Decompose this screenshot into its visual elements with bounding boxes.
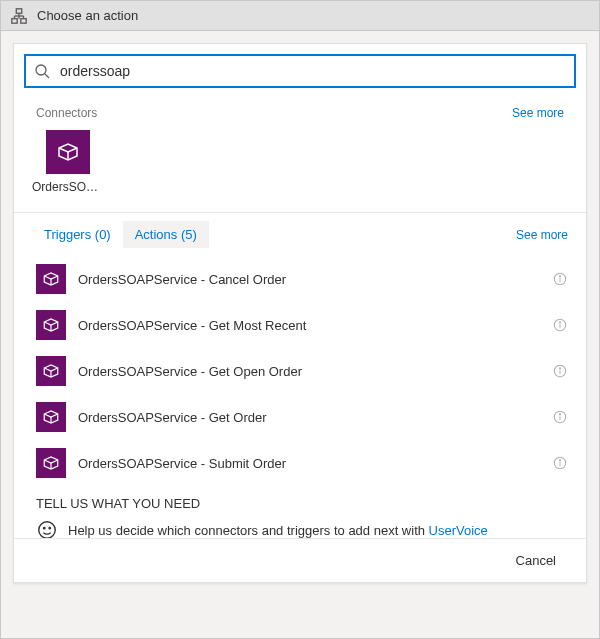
action-label: OrdersSOAPService - Get Open Order [78, 364, 540, 379]
connectors-header: Connectors See more [36, 106, 564, 120]
dialog-title: Choose an action [37, 8, 138, 23]
info-icon[interactable] [552, 363, 568, 379]
svg-point-29 [559, 460, 560, 461]
tab-actions[interactable]: Actions (5) [123, 221, 209, 248]
svg-point-21 [559, 368, 560, 369]
svg-point-32 [49, 527, 50, 528]
dialog-header: Choose an action [1, 1, 599, 31]
actions-see-more[interactable]: See more [516, 228, 568, 242]
svg-point-17 [559, 322, 560, 323]
dialog: Choose an action Connectors See more [0, 0, 600, 639]
search-box[interactable] [24, 54, 576, 88]
info-icon[interactable] [552, 317, 568, 333]
svg-point-7 [36, 65, 46, 75]
search-icon [34, 63, 50, 79]
info-icon[interactable] [552, 455, 568, 471]
info-icon[interactable] [552, 271, 568, 287]
connector-name: OrdersSOA... [32, 180, 104, 194]
svg-point-30 [39, 522, 56, 539]
feedback-title: TELL US WHAT YOU NEED [36, 496, 564, 511]
footer: Cancel [14, 538, 586, 582]
feedback-text: Help us decide which connectors and trig… [68, 523, 488, 538]
tabs-row: Triggers (0) Actions (5) See more [14, 213, 586, 254]
box-icon [36, 448, 66, 478]
svg-rect-0 [16, 8, 21, 13]
connector-tile[interactable]: OrdersSOA... [32, 130, 104, 194]
search-wrap [14, 44, 586, 94]
action-label: OrdersSOAPService - Get Most Recent [78, 318, 540, 333]
box-icon [36, 402, 66, 432]
connectors-section: Connectors See more OrdersSOA... [14, 94, 586, 206]
box-icon [36, 310, 66, 340]
box-icon [36, 356, 66, 386]
action-label: OrdersSOAPService - Cancel Order [78, 272, 540, 287]
action-row[interactable]: OrdersSOAPService - Cancel Order [36, 256, 568, 302]
box-icon [46, 130, 90, 174]
svg-point-25 [559, 414, 560, 415]
action-list: OrdersSOAPService - Cancel Order OrdersS… [14, 254, 586, 486]
svg-rect-2 [12, 18, 17, 23]
card: Connectors See more OrdersSOA... Trigger… [13, 43, 587, 583]
action-row[interactable]: OrdersSOAPService - Get Most Recent [36, 302, 568, 348]
svg-rect-3 [21, 18, 26, 23]
svg-point-31 [44, 527, 45, 528]
action-label: OrdersSOAPService - Submit Order [78, 456, 540, 471]
action-step-icon [9, 6, 29, 26]
svg-line-8 [45, 74, 49, 78]
connectors-label: Connectors [36, 106, 97, 120]
tab-triggers[interactable]: Triggers (0) [32, 221, 123, 248]
action-label: OrdersSOAPService - Get Order [78, 410, 540, 425]
cancel-button[interactable]: Cancel [508, 549, 564, 572]
svg-point-13 [559, 276, 560, 277]
box-icon [36, 264, 66, 294]
action-row[interactable]: OrdersSOAPService - Submit Order [36, 440, 568, 486]
info-icon[interactable] [552, 409, 568, 425]
search-input[interactable] [58, 62, 566, 80]
connectors-see-more[interactable]: See more [512, 106, 564, 120]
action-row[interactable]: OrdersSOAPService - Get Open Order [36, 348, 568, 394]
action-row[interactable]: OrdersSOAPService - Get Order [36, 394, 568, 440]
uservoice-link[interactable]: UserVoice [429, 523, 488, 538]
